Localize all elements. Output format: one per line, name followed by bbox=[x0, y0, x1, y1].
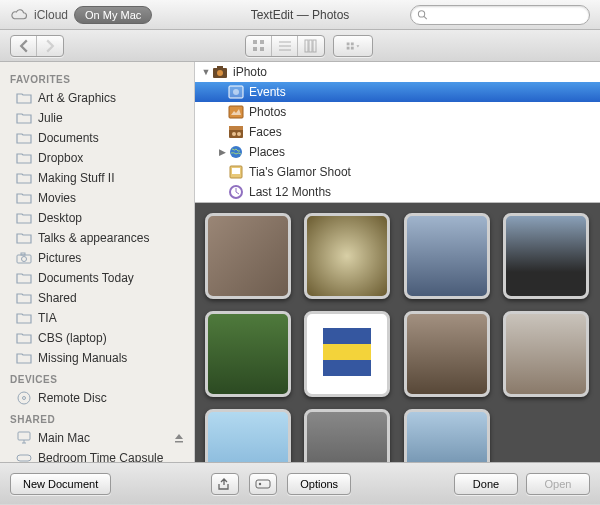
share-button[interactable] bbox=[211, 473, 239, 495]
disclosure-triangle-icon[interactable]: ▼ bbox=[201, 67, 211, 77]
arrange-menu[interactable] bbox=[333, 35, 373, 57]
new-document-button[interactable]: New Document bbox=[10, 473, 111, 495]
sidebar-item-talks-appearances[interactable]: Talks & appearances bbox=[0, 228, 194, 248]
cloud-icon bbox=[10, 9, 28, 21]
forward-button[interactable] bbox=[37, 36, 63, 56]
outline-item-label: Tia's Glamor Shoot bbox=[249, 165, 351, 179]
folder-icon bbox=[16, 351, 32, 365]
svg-rect-25 bbox=[217, 66, 223, 68]
search-field[interactable] bbox=[410, 5, 590, 25]
icon-view-button[interactable] bbox=[246, 36, 272, 56]
sidebar-item-remote-disc[interactable]: Remote Disc bbox=[0, 388, 194, 408]
sidebar-item-tia[interactable]: TIA bbox=[0, 308, 194, 328]
folder-icon bbox=[16, 171, 32, 185]
tags-button[interactable] bbox=[249, 473, 277, 495]
column-view-button[interactable] bbox=[298, 36, 324, 56]
photo-thumbnail[interactable] bbox=[404, 213, 490, 299]
sidebar-item-art-graphics[interactable]: Art & Graphics bbox=[0, 88, 194, 108]
sidebar-item-bedroom-time-capsule[interactable]: Bedroom Time Capsule bbox=[0, 448, 194, 462]
outline-item-label: Events bbox=[249, 85, 286, 99]
open-button[interactable]: Open bbox=[526, 473, 590, 495]
sidebar-item-documents[interactable]: Documents bbox=[0, 128, 194, 148]
sidebar-item-shared[interactable]: Shared bbox=[0, 288, 194, 308]
eject-icon[interactable] bbox=[174, 432, 184, 446]
sidebar-item-label: Movies bbox=[38, 191, 76, 205]
svg-point-33 bbox=[230, 146, 242, 158]
photo-thumbnail[interactable] bbox=[304, 409, 390, 462]
faces-icon bbox=[227, 124, 245, 140]
photo-thumbnail[interactable] bbox=[503, 213, 589, 299]
outline-item-events[interactable]: Events bbox=[195, 82, 600, 102]
search-input[interactable] bbox=[428, 9, 583, 21]
outline-item-faces[interactable]: Faces bbox=[195, 122, 600, 142]
outline-item-iphoto[interactable]: ▼iPhoto bbox=[195, 62, 600, 82]
sidebar-item-label: Talks & appearances bbox=[38, 231, 149, 245]
back-button[interactable] bbox=[11, 36, 37, 56]
folder-icon bbox=[16, 271, 32, 285]
sidebar-item-label: Bedroom Time Capsule bbox=[38, 451, 163, 462]
arrange-button[interactable] bbox=[334, 36, 372, 56]
outline-item-tia-s-glamor-shoot[interactable]: Tia's Glamor Shoot bbox=[195, 162, 600, 182]
svg-rect-4 bbox=[253, 47, 257, 51]
svg-point-19 bbox=[18, 392, 30, 404]
icloud-label[interactable]: iCloud bbox=[34, 8, 68, 22]
photo-thumbnail[interactable] bbox=[205, 213, 291, 299]
outline-item-places[interactable]: ▶Places bbox=[195, 142, 600, 162]
svg-rect-14 bbox=[347, 46, 350, 49]
sidebar-item-label: Shared bbox=[38, 291, 77, 305]
thumbnail-grid[interactable] bbox=[195, 203, 600, 462]
sidebar-item-movies[interactable]: Movies bbox=[0, 188, 194, 208]
outline-item-photos[interactable]: Photos bbox=[195, 102, 600, 122]
on-my-mac-pill[interactable]: On My Mac bbox=[74, 6, 152, 24]
sidebar-item-main-mac[interactable]: Main Mac bbox=[0, 428, 194, 448]
svg-rect-3 bbox=[260, 40, 264, 44]
photo-thumbnail[interactable] bbox=[205, 311, 291, 397]
list-view-button[interactable] bbox=[272, 36, 298, 56]
photo-thumbnail[interactable] bbox=[404, 311, 490, 397]
svg-rect-22 bbox=[17, 455, 31, 461]
photo-thumbnail[interactable] bbox=[304, 311, 390, 397]
folder-icon bbox=[16, 231, 32, 245]
svg-rect-15 bbox=[351, 46, 354, 49]
photo-thumbnail[interactable] bbox=[304, 213, 390, 299]
svg-point-0 bbox=[418, 10, 424, 16]
svg-rect-21 bbox=[18, 432, 30, 440]
footer: New Document Options Done Open bbox=[0, 462, 600, 504]
sidebar-item-label: Main Mac bbox=[38, 431, 90, 445]
outline-item-label: Faces bbox=[249, 125, 282, 139]
photo-thumbnail[interactable] bbox=[404, 409, 490, 462]
svg-rect-35 bbox=[232, 168, 240, 174]
sidebar-item-cbs-laptop-[interactable]: CBS (laptop) bbox=[0, 328, 194, 348]
sidebar-item-label: TIA bbox=[38, 311, 57, 325]
svg-rect-13 bbox=[351, 42, 354, 45]
sidebar-item-dropbox[interactable]: Dropbox bbox=[0, 148, 194, 168]
options-button[interactable]: Options bbox=[287, 473, 351, 495]
sidebar: FAVORITES Art & GraphicsJulieDocumentsDr… bbox=[0, 62, 195, 462]
sidebar-item-documents-today[interactable]: Documents Today bbox=[0, 268, 194, 288]
svg-rect-30 bbox=[229, 126, 243, 130]
sidebar-item-desktop[interactable]: Desktop bbox=[0, 208, 194, 228]
view-mode-segmented bbox=[245, 35, 325, 57]
outline-item-label: Places bbox=[249, 145, 285, 159]
content-area: ▼iPhotoEventsPhotosFaces▶PlacesTia's Gla… bbox=[195, 62, 600, 462]
disclosure-triangle-icon[interactable]: ▶ bbox=[217, 147, 227, 157]
sidebar-item-label: Art & Graphics bbox=[38, 91, 116, 105]
svg-point-17 bbox=[22, 257, 27, 262]
svg-point-38 bbox=[259, 482, 261, 484]
sidebar-item-label: CBS (laptop) bbox=[38, 331, 107, 345]
sidebar-item-label: Desktop bbox=[38, 211, 82, 225]
events-icon bbox=[227, 84, 245, 100]
tag-icon bbox=[255, 479, 271, 489]
photo-thumbnail[interactable] bbox=[503, 311, 589, 397]
sidebar-item-making-stuff-ii[interactable]: Making Stuff II bbox=[0, 168, 194, 188]
photo-thumbnail[interactable] bbox=[205, 409, 291, 462]
done-button[interactable]: Done bbox=[454, 473, 518, 495]
sidebar-item-missing-manuals[interactable]: Missing Manuals bbox=[0, 348, 194, 368]
outline-item-label: Last 12 Months bbox=[249, 185, 331, 199]
svg-line-1 bbox=[424, 16, 427, 19]
folder-icon bbox=[16, 291, 32, 305]
sidebar-item-julie[interactable]: Julie bbox=[0, 108, 194, 128]
sidebar-item-pictures[interactable]: Pictures bbox=[0, 248, 194, 268]
sidebar-item-label: Pictures bbox=[38, 251, 81, 265]
outline-item-last-12-months[interactable]: Last 12 Months bbox=[195, 182, 600, 202]
